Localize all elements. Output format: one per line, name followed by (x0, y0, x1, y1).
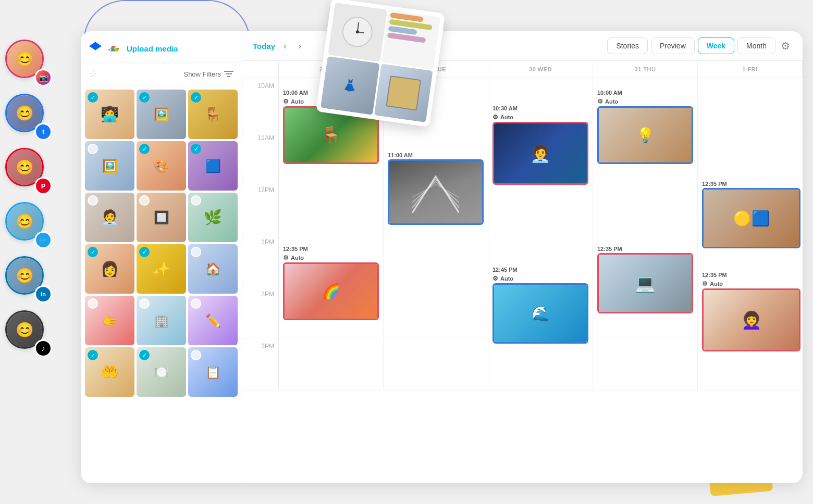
media-item[interactable]: 👩‍💻 ✓ (85, 90, 134, 139)
social-account-twitter[interactable]: 😊 🐦 (5, 202, 52, 249)
media-item[interactable]: 🔲 (137, 193, 186, 242)
media-item[interactable]: 🧑‍💼 (85, 193, 134, 242)
day-slot (279, 182, 383, 234)
view-toggle-group: Stories Preview Week Month ⚙ (607, 37, 792, 54)
calendar-grid: 10AM 11AM 12PM 1PM 2PM 3PM (242, 78, 803, 390)
calendar-event[interactable]: 11:00 AM (388, 151, 484, 225)
event-time: 12:35 PM (283, 246, 308, 252)
day-slot (593, 182, 697, 234)
calendar-event[interactable]: 12:45 PM ⚙ Auto 🌊 (492, 266, 588, 344)
calendar-event[interactable]: 12:35 PM ⚙ Auto 👩‍🦱 (702, 271, 800, 351)
show-filters-button[interactable]: Show Filters (183, 70, 233, 78)
calendar-event[interactable]: 10:30 AM ⚙ Auto 🧑‍💼 (492, 104, 588, 185)
media-item[interactable]: 🤲 ✓ (85, 347, 134, 397)
stories-view-button[interactable]: Stories (607, 37, 648, 54)
media-check: ✓ (88, 350, 98, 360)
media-grid: 👩‍💻 ✓ 🖼️ ✓ 🪑 ✓ 🖼️ 🎨 ✓ 🟦 ✓ (81, 85, 242, 483)
month-view-button[interactable]: Month (737, 37, 775, 54)
calendar-nav-group: Today ‹ › (253, 39, 304, 54)
time-column: 10AM 11AM 12PM 1PM 2PM 3PM (242, 78, 279, 390)
event-auto-label: ⚙ Auto (492, 274, 588, 283)
event-label: 12:35 PM (702, 180, 800, 188)
media-item[interactable]: 🟦 ✓ (188, 141, 238, 191)
prev-arrow-button[interactable]: ‹ (280, 39, 290, 54)
event-image: 🌈 (283, 262, 379, 320)
day-col-wed[interactable]: 10:30 AM ⚙ Auto 🧑‍💼 12:45 PM (488, 78, 593, 390)
calendar-event[interactable]: 10:00 AM ⚙ Auto 💡 (597, 89, 693, 164)
media-item[interactable]: ✏️ (188, 296, 238, 345)
media-toolbar: Upload media (81, 31, 242, 63)
auto-icon: ⚙ (492, 114, 498, 121)
media-check: ✓ (139, 92, 150, 103)
media-item[interactable]: 🍽️ ✓ (137, 347, 186, 397)
media-check: ✓ (88, 247, 98, 257)
today-button[interactable]: Today (253, 42, 275, 51)
calendar-event[interactable]: 12:35 PM 💻 (597, 245, 693, 313)
day-col-fri[interactable]: 12:35 PM 🟡🟦 12:35 PM ⚙ Auto (698, 78, 803, 390)
media-item[interactable]: 🪑 ✓ (188, 90, 238, 139)
event-label: 10:00 AM (597, 89, 693, 97)
media-panel: Upload media ☆ Show Filters 👩‍💻 ✓ 🖼️ ✓ (81, 31, 242, 483)
day-col-mon[interactable]: 10:00 AM ⚙ Auto 🪑 12:35 PM (279, 78, 384, 390)
auto-icon: ⚙ (597, 98, 603, 105)
event-image: 💻 (597, 253, 693, 313)
day-slot (384, 338, 488, 390)
media-check: ✓ (139, 247, 150, 257)
day-slot (488, 182, 593, 234)
event-label: 12:35 PM (597, 245, 693, 253)
day-header-thu: 31 THU (593, 61, 698, 78)
week-view-button[interactable]: Week (698, 37, 734, 54)
day-slot (384, 234, 488, 286)
media-item[interactable]: 🖼️ (85, 141, 134, 191)
event-auto-text: Auto (500, 275, 513, 282)
media-check: ✓ (139, 144, 150, 154)
settings-icon[interactable]: ⚙ (779, 37, 792, 54)
time-slot-10am: 10AM (242, 78, 278, 130)
media-item[interactable]: 🖼️ ✓ (137, 90, 186, 139)
media-item[interactable]: ✨ ✓ (137, 244, 186, 294)
social-account-pinterest[interactable]: 😊 P (5, 148, 52, 195)
media-item[interactable]: 🌿 (188, 193, 238, 242)
social-account-facebook[interactable]: 😊 f (5, 94, 52, 141)
time-slot-1pm: 1PM (242, 234, 278, 286)
time-column-header (242, 61, 279, 78)
event-image: 🟡🟦 (702, 188, 800, 248)
social-account-instagram[interactable]: 😊 📷 (5, 40, 52, 86)
social-account-tiktok[interactable]: 😊 ♪ (5, 310, 52, 357)
day-col-tue[interactable]: 11:00 AM (384, 78, 488, 390)
event-label: 12:35 PM (283, 245, 379, 253)
time-slot-12pm: 12PM (242, 182, 278, 234)
day-col-thu[interactable]: 10:00 AM ⚙ Auto 💡 12:35 PM (593, 78, 698, 390)
media-check (88, 298, 98, 309)
upload-media-button[interactable]: Upload media (127, 44, 178, 53)
star-icon[interactable]: ☆ (89, 68, 97, 80)
media-check (191, 350, 201, 360)
media-item[interactable]: 🫱 (85, 296, 134, 345)
next-arrow-button[interactable]: › (295, 39, 304, 54)
social-account-linkedin[interactable]: 😊 in (5, 256, 52, 303)
event-image: 🧑‍💼 (492, 122, 588, 185)
media-check (191, 247, 201, 257)
calendar-event[interactable]: 12:35 PM 🟡🟦 (702, 180, 800, 248)
calendar-event[interactable]: 12:35 PM ⚙ Auto 🌈 (283, 245, 379, 320)
filters-label: Show Filters (183, 70, 221, 78)
day-slot (698, 78, 803, 130)
media-item[interactable]: 👩 ✓ (85, 244, 134, 294)
auto-icon: ⚙ (702, 280, 708, 287)
day-slot (384, 286, 488, 338)
collage-shapes-cell (381, 10, 441, 69)
day-header-wed: 30 WED (488, 61, 593, 78)
day-name: 31 THU (599, 66, 691, 72)
media-item[interactable]: 🏠 (188, 244, 238, 294)
event-image: 💡 (597, 106, 693, 164)
media-item[interactable]: 🏢 (137, 296, 186, 345)
media-item[interactable]: 🎨 ✓ (137, 141, 186, 191)
day-header-fri: 1 FRI (698, 61, 803, 78)
preview-view-button[interactable]: Preview (651, 37, 695, 54)
media-item[interactable]: 📋 (188, 347, 238, 397)
collage-frame-cell (374, 64, 433, 123)
day-slot (593, 338, 697, 390)
auto-icon: ⚙ (283, 98, 289, 105)
time-slot-2pm: 2PM (242, 286, 278, 338)
media-check (88, 144, 98, 154)
